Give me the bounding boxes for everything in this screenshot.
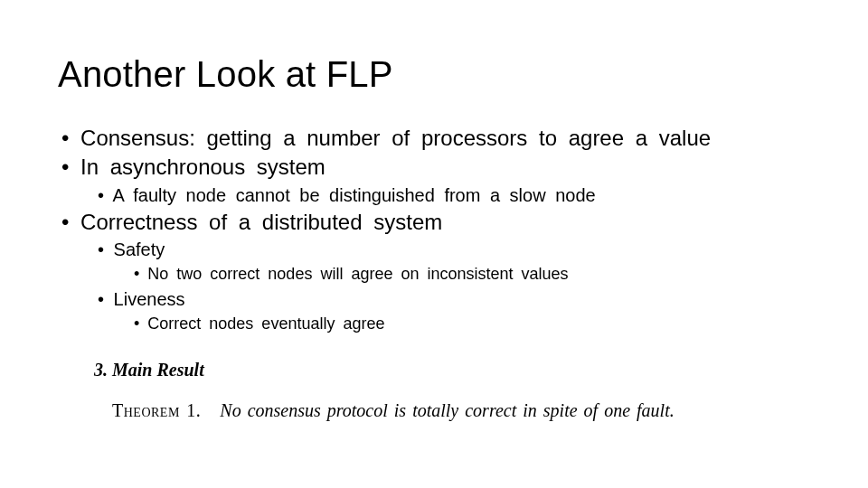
section-name: Main Result <box>112 360 204 380</box>
bullet-liveness-sub: Correct nodes eventually agree <box>58 312 810 336</box>
slide-title: Another Look at FLP <box>58 54 810 95</box>
theorem-line: Theorem 1. No consensus protocol is tota… <box>58 400 810 421</box>
bullet-list: Consensus: getting a number of processor… <box>58 124 810 336</box>
theorem-label: Theorem 1. <box>112 400 201 420</box>
bullet-liveness: Liveness <box>58 286 810 312</box>
bullet-correctness: Correctness of a distributed system <box>58 208 810 237</box>
bullet-async: In asynchronous system <box>58 153 810 182</box>
bullet-safety-sub: No two correct nodes will agree on incon… <box>58 262 810 286</box>
theorem-text: No consensus protocol is totally correct… <box>220 400 674 420</box>
section-heading: 3. Main Result <box>58 360 810 380</box>
bullet-async-sub: A faulty node cannot be distinguished fr… <box>58 183 810 208</box>
bullet-consensus: Consensus: getting a number of processor… <box>58 124 810 153</box>
section-number: 3. <box>94 360 108 380</box>
slide: Another Look at FLP Consensus: getting a… <box>0 0 868 488</box>
bullet-safety: Safety <box>58 237 810 262</box>
